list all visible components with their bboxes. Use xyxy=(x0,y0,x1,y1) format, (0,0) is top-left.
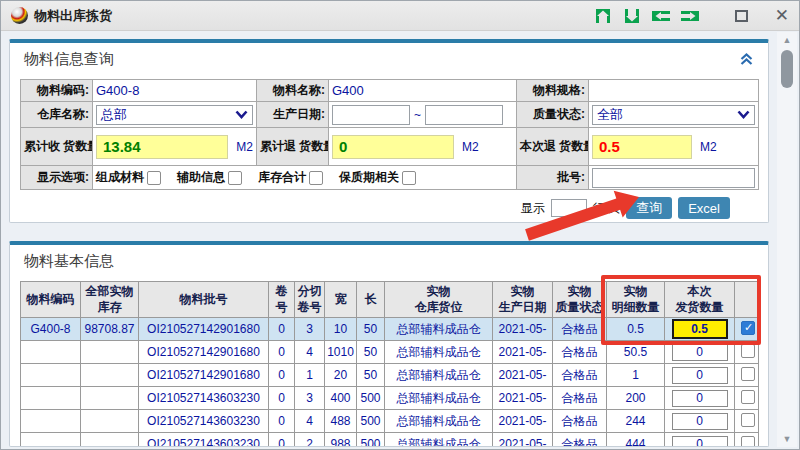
ship-quantity-input[interactable] xyxy=(672,319,728,339)
table-row[interactable]: G400-898708.87OI210527142901680031050总部辅… xyxy=(21,318,759,341)
display-option-checkbox[interactable] xyxy=(309,171,323,185)
column-header: 实物 生产日期 xyxy=(493,282,553,318)
cell-roll: 0 xyxy=(269,387,295,410)
cell-date: 2021-05- xyxy=(493,364,553,387)
cell-quality: 合格品 xyxy=(553,387,607,410)
cell-ship xyxy=(665,433,735,448)
material-code-value: G400-8 xyxy=(96,83,139,98)
warehouse-select[interactable]: 总部 xyxy=(96,105,253,125)
cell-code xyxy=(21,341,81,364)
cell-quality: 合格品 xyxy=(553,410,607,433)
column-header: 本次 发货数量 xyxy=(665,282,735,318)
row-checkbox[interactable] xyxy=(741,321,755,335)
chevron-down-icon xyxy=(737,110,750,119)
app-logo-icon xyxy=(11,7,28,24)
cell-roll: 0 xyxy=(269,410,295,433)
cell-date: 2021-05- xyxy=(493,410,553,433)
vertical-scrollbar[interactable]: ▲ ▼ xyxy=(777,32,797,447)
nav-left-icon[interactable] xyxy=(651,7,671,24)
batch-no-input[interactable] xyxy=(592,168,755,188)
ship-quantity-input[interactable] xyxy=(672,390,728,407)
cell-date: 2021-05- xyxy=(493,318,553,341)
cell-slit: 4 xyxy=(295,410,325,433)
collapse-chevron-icon[interactable] xyxy=(739,53,754,66)
ship-quantity-input[interactable] xyxy=(672,367,728,384)
table-row[interactable]: OI21052714290168004101050总部辅料成品仓2021-05-… xyxy=(21,341,759,364)
cell-date: 2021-05- xyxy=(493,387,553,410)
window-title: 物料出库拣货 xyxy=(34,7,112,25)
nav-down-icon[interactable] xyxy=(622,7,642,24)
ship-quantity-input[interactable] xyxy=(672,436,728,448)
column-header: 卷号 xyxy=(269,282,295,318)
cell-location: 总部辅料成品仓 xyxy=(385,433,493,448)
cell-stock xyxy=(81,341,139,364)
query-controls: 显示 行/页 查询 Excel xyxy=(20,196,758,220)
titlebar[interactable]: 物料出库拣货 ✕ xyxy=(1,1,799,31)
total-returned-label: 累计退 货数量: xyxy=(257,128,329,166)
production-date-label: 生产日期: xyxy=(257,102,329,128)
chevron-down-icon xyxy=(235,110,248,119)
production-date-to-input[interactable] xyxy=(425,105,503,125)
cell-qty: 200 xyxy=(607,387,665,410)
cell-quality: 合格品 xyxy=(553,341,607,364)
cell-width: 400 xyxy=(325,387,357,410)
display-option: 库存合计 xyxy=(258,169,323,186)
rows-per-page-input[interactable] xyxy=(551,199,587,217)
cell-length: 500 xyxy=(357,433,385,448)
total-returned-value: 0 xyxy=(332,135,454,159)
dialog-window: 物料出库拣货 ✕ 物料信息查询 xyxy=(0,0,800,450)
cell-roll: 0 xyxy=(269,433,295,448)
total-received-label: 累计收 货数量: xyxy=(21,128,93,166)
rows-per-page-suffix: 行/页 xyxy=(593,200,620,217)
material-info-title: 物料基本信息 xyxy=(24,252,114,271)
quality-state-select[interactable]: 全部 xyxy=(592,105,755,125)
table-row[interactable]: OI21052714360323004488500总部辅料成品仓2021-05-… xyxy=(21,410,759,433)
close-button[interactable]: ✕ xyxy=(775,7,789,24)
cell-slit: 3 xyxy=(295,318,325,341)
display-option-checkbox[interactable] xyxy=(147,171,161,185)
display-option-label: 库存合计 xyxy=(258,169,306,186)
nav-up-icon[interactable] xyxy=(593,7,613,24)
display-option-checkbox[interactable] xyxy=(402,171,416,185)
table-row[interactable]: OI21052714360323003400500总部辅料成品仓2021-05-… xyxy=(21,387,759,410)
table-row[interactable]: OI210527142901680012050总部辅料成品仓2021-05-合格… xyxy=(21,364,759,387)
ship-quantity-input[interactable] xyxy=(672,344,728,361)
cell-roll: 0 xyxy=(269,341,295,364)
cell-stock xyxy=(81,433,139,448)
date-range-separator: ~ xyxy=(414,108,421,122)
display-option-checkbox[interactable] xyxy=(228,171,242,185)
production-date-from-input[interactable] xyxy=(332,105,410,125)
cell-select xyxy=(735,318,759,341)
cell-batch: OI210527143603230 xyxy=(139,387,269,410)
query-panel: 物料信息查询 物料编码: G400-8 物料名称: G400 物料规格: 仓库名… xyxy=(9,39,769,223)
table-row[interactable]: OI21052714360323002988500总部辅料成品仓2021-05-… xyxy=(21,433,759,448)
total-received-value: 13.84 xyxy=(96,135,228,159)
cell-code xyxy=(21,410,81,433)
cell-slit: 1 xyxy=(295,364,325,387)
cell-width: 1010 xyxy=(325,341,357,364)
current-return-label: 本次退 货数量: xyxy=(517,128,589,166)
table-header: 物料编码全部实物 库存物料批号卷号分切 卷号宽长实物 仓库货位实物 生产日期实物… xyxy=(21,282,759,318)
row-checkbox[interactable] xyxy=(741,367,755,381)
row-checkbox[interactable] xyxy=(741,413,755,427)
display-option: 辅助信息 xyxy=(177,169,242,186)
scrollbar-thumb[interactable] xyxy=(781,50,793,88)
maximize-button[interactable] xyxy=(735,10,748,22)
row-checkbox[interactable] xyxy=(741,436,755,448)
nav-right-icon[interactable] xyxy=(680,7,700,24)
cell-select xyxy=(735,387,759,410)
excel-button[interactable]: Excel xyxy=(678,197,730,219)
cell-width: 20 xyxy=(325,364,357,387)
ship-quantity-input[interactable] xyxy=(672,413,728,430)
query-button[interactable]: 查询 xyxy=(626,197,672,219)
cell-qty: 1 xyxy=(607,364,665,387)
cell-slit: 2 xyxy=(295,433,325,448)
cell-select xyxy=(735,364,759,387)
row-checkbox[interactable] xyxy=(741,390,755,404)
column-header: 宽 xyxy=(325,282,357,318)
table-body: G400-898708.87OI210527142901680031050总部辅… xyxy=(21,318,759,448)
scroll-up-icon[interactable]: ▲ xyxy=(777,35,797,45)
row-checkbox[interactable] xyxy=(741,344,755,358)
cell-qty: 444 xyxy=(607,433,665,448)
scroll-down-icon[interactable]: ▼ xyxy=(777,434,797,444)
